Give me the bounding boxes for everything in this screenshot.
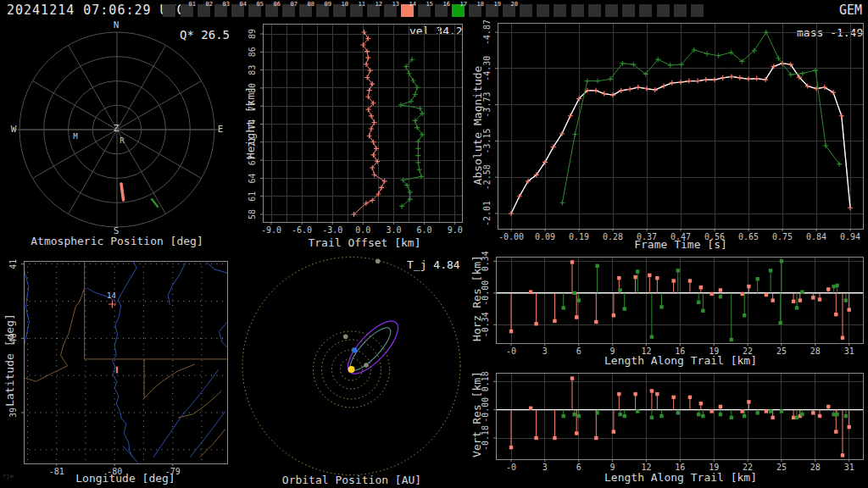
svg-text:-0.00: -0.00 (481, 397, 490, 423)
frame-number-label: 10 (342, 1, 348, 8)
frame-box-extra[interactable] (674, 4, 687, 17)
svg-text:80: 80 (248, 83, 257, 93)
frame-box-extra[interactable] (605, 4, 618, 17)
orbital-position-plot (237, 250, 466, 488)
svg-text:67: 67 (248, 155, 257, 165)
frame-box-extra[interactable] (588, 4, 601, 17)
frame-box-10[interactable]: 10 (333, 4, 346, 17)
frame-box-extra[interactable] (691, 4, 704, 17)
magnitude-plot: -0.000.090.190.280.370.470.560.650.750.8… (466, 20, 868, 250)
frame-number-label: 02 (206, 1, 213, 8)
svg-text:-4.87: -4.87 (482, 20, 492, 45)
frame-number-label: 07 (291, 1, 298, 8)
venus-body (364, 363, 369, 368)
svg-text:19: 19 (709, 463, 719, 472)
svg-text:3: 3 (542, 347, 548, 356)
svg-text:89: 89 (248, 29, 257, 39)
frame-number-label: 12 (376, 1, 382, 8)
svg-text:61: 61 (248, 191, 257, 202)
svg-text:0.34: 0.34 (481, 251, 490, 271)
frame-box-06[interactable]: 06 (265, 4, 278, 17)
svg-text:6.0: 6.0 (417, 225, 432, 235)
svg-text:9.0: 9.0 (448, 225, 463, 235)
frame-number-label: 20 (511, 1, 518, 8)
svg-text:W: W (11, 124, 17, 135)
svg-text:86: 86 (248, 47, 257, 57)
svg-text:-0: -0 (506, 463, 516, 472)
svg-text:0.19: 0.19 (569, 232, 589, 241)
frame-box-extra[interactable] (639, 4, 652, 17)
svg-text:E: E (218, 124, 224, 135)
frame-box-20[interactable]: 20 (503, 4, 515, 17)
frame-box-04[interactable]: 04 (231, 4, 244, 17)
meteor-analysis-app: 20241214 07:06:29 UTC 010203040506070809… (0, 0, 868, 488)
frame-box-11[interactable]: 11 (350, 4, 363, 17)
frame-box-03[interactable]: 03 (214, 4, 227, 17)
frame-box-19[interactable]: 19 (486, 4, 498, 17)
frame-number-label: 19 (494, 1, 501, 8)
frame-box-extra[interactable] (622, 4, 635, 17)
svg-text:25: 25 (776, 463, 787, 472)
frame-box-extra[interactable] (520, 4, 532, 17)
frame-box-05[interactable]: 05 (248, 4, 261, 17)
jupiter-body (376, 259, 381, 264)
svg-text:M: M (73, 132, 78, 141)
svg-text:39: 39 (8, 408, 18, 418)
svg-text:-0.18: -0.18 (481, 425, 490, 451)
frame-box-07[interactable]: 07 (282, 4, 295, 17)
svg-text:14: 14 (107, 291, 116, 300)
frame-box-pre[interactable] (163, 4, 175, 17)
svg-text:40: 40 (8, 333, 18, 343)
svg-text:58: 58 (248, 209, 257, 219)
svg-text:22: 22 (743, 463, 753, 472)
frame-box-08[interactable]: 08 (299, 4, 312, 17)
frame-number-label: 17 (460, 1, 467, 8)
svg-text:3: 3 (542, 463, 548, 472)
svg-text:-0: -0 (506, 347, 516, 356)
svg-text:0.65: 0.65 (738, 232, 759, 241)
atmospheric-position-plot: NESWZRM (0, 20, 237, 250)
frame-box-14[interactable]: 14 (401, 4, 414, 17)
frame-box-extra[interactable] (554, 4, 566, 17)
svg-text:0.0: 0.0 (355, 225, 370, 235)
frame-box-extra[interactable] (571, 4, 584, 17)
svg-text:0.75: 0.75 (772, 232, 793, 241)
svg-text:64: 64 (248, 173, 257, 183)
svg-text:28: 28 (810, 463, 821, 472)
svg-text:0.09: 0.09 (535, 232, 555, 241)
frame-box-12[interactable]: 12 (367, 4, 380, 17)
frame-box-01[interactable]: 01 (181, 4, 193, 17)
svg-text:0.94: 0.94 (840, 232, 860, 241)
svg-text:6: 6 (576, 347, 581, 356)
svg-text:9: 9 (610, 347, 615, 356)
svg-text:N: N (114, 20, 120, 30)
svg-text:-4.30: -4.30 (482, 56, 492, 81)
frame-number-label: 11 (359, 1, 365, 8)
frame-box-15[interactable]: 15 (418, 4, 431, 17)
frame-box-extra[interactable] (537, 4, 549, 17)
svg-text:16: 16 (675, 463, 685, 472)
frame-box-extra[interactable] (657, 4, 670, 17)
frame-number-label: 13 (392, 1, 399, 8)
svg-text:19: 19 (709, 347, 719, 356)
svg-text:-6.0: -6.0 (292, 225, 312, 235)
svg-text:0.37: 0.37 (637, 232, 657, 241)
svg-text:-79: -79 (165, 467, 181, 476)
frame-box-09[interactable]: 09 (316, 4, 329, 17)
utc-timestamp: 20241214 07:06:29 UTC (7, 3, 186, 18)
frame-number-label: 06 (274, 1, 281, 8)
frame-number-label: 18 (477, 1, 484, 8)
svg-text:0.28: 0.28 (603, 232, 623, 241)
svg-text:12: 12 (641, 347, 651, 356)
frame-box-16[interactable]: 16 (435, 4, 448, 17)
svg-text:83: 83 (248, 65, 257, 75)
frame-box-17[interactable]: 17 (452, 4, 465, 17)
frame-box-18[interactable]: 18 (469, 4, 481, 17)
frame-box-13[interactable]: 13 (384, 4, 397, 17)
ground-track-map: 14-81-80-79414039 (0, 250, 237, 488)
vertical-residuals-plot: -0369121619222528310.18-0.00-0.18 (466, 366, 868, 488)
svg-text:0.47: 0.47 (670, 232, 691, 241)
frame-box-02[interactable]: 02 (198, 4, 210, 17)
svg-text:31: 31 (844, 463, 854, 472)
svg-text:0.18: 0.18 (481, 371, 490, 391)
